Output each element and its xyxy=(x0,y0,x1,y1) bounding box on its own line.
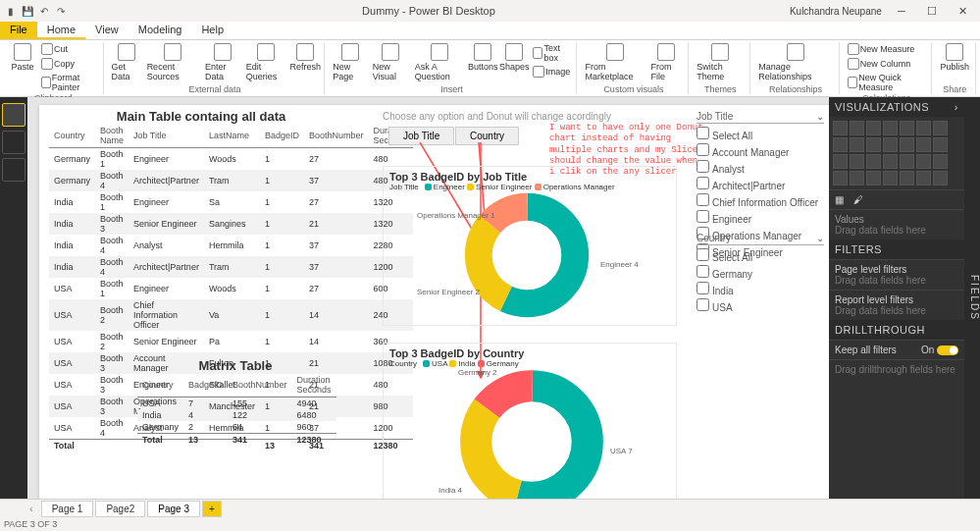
get-data-button[interactable]: Get Data xyxy=(111,42,142,84)
viz-type-icon[interactable] xyxy=(866,171,881,186)
viz-type-icon[interactable] xyxy=(850,171,864,186)
page-tab-3[interactable]: Page 3 xyxy=(147,501,200,517)
format-tab-icon[interactable]: 🖌 xyxy=(853,194,863,205)
slicer-option[interactable]: Account Manager xyxy=(696,142,824,159)
from-marketplace-button[interactable]: From Marketplace xyxy=(584,42,645,84)
slicer-country-button[interactable]: Country xyxy=(455,127,519,145)
recent-sources-button[interactable]: Recent Sources xyxy=(146,42,200,84)
shapes-button[interactable]: Shapes xyxy=(500,42,528,84)
slicer-option[interactable]: Engineer xyxy=(696,209,824,226)
enter-data-button[interactable]: Enter Data xyxy=(204,42,241,84)
minimize-button[interactable]: ─ xyxy=(888,5,915,17)
prev-page-icon[interactable]: ‹ xyxy=(29,503,33,514)
visualizations-pane[interactable]: VISUALIZATIONS› ▦ 🖌 Values Drag data fie… xyxy=(829,97,964,499)
tab-modeling[interactable]: Modeling xyxy=(129,22,192,39)
slicer-option[interactable]: Select All xyxy=(696,126,824,142)
chevron-down-icon[interactable]: ⌄ xyxy=(816,233,824,243)
tab-view[interactable]: View xyxy=(85,22,129,39)
matrix-table-title: Matrix Table xyxy=(137,358,334,373)
tab-home[interactable]: Home xyxy=(37,22,85,39)
manage-relationships-button[interactable]: Manage Relationships xyxy=(757,42,833,84)
save-icon[interactable]: 💾 xyxy=(21,4,34,18)
viz-type-icon[interactable] xyxy=(850,137,864,152)
tab-help[interactable]: Help xyxy=(191,22,233,39)
slicer-jobtitle-button[interactable]: Job Title xyxy=(388,127,454,145)
viz-type-icon[interactable] xyxy=(883,121,898,135)
viz-type-icon[interactable] xyxy=(900,137,914,152)
viz-type-icon[interactable] xyxy=(916,137,931,152)
visualization-gallery[interactable] xyxy=(829,117,964,189)
viz-type-icon[interactable] xyxy=(866,121,881,135)
new-visual-button[interactable]: New Visual xyxy=(372,42,410,84)
viz-type-icon[interactable] xyxy=(916,171,931,186)
viz-type-icon[interactable] xyxy=(883,171,898,186)
donut1-title: Top 3 BadgeID by Job Title xyxy=(389,171,670,183)
fields-pane-collapsed[interactable]: FIELDS xyxy=(964,97,980,499)
viz-type-icon[interactable] xyxy=(916,154,931,169)
slicer-option[interactable]: Chief Information Officer xyxy=(696,192,824,209)
viz-type-icon[interactable] xyxy=(850,121,864,135)
matrix-table[interactable]: CountryBadgeIDBoothNumberDuration Second… xyxy=(137,373,336,446)
viz-type-icon[interactable] xyxy=(916,121,931,135)
page-tab-1[interactable]: Page 1 xyxy=(41,501,94,517)
add-page-button[interactable]: + xyxy=(202,501,222,517)
viz-type-icon[interactable] xyxy=(933,171,948,186)
viz-type-icon[interactable] xyxy=(833,154,848,169)
viz-type-icon[interactable] xyxy=(883,154,898,169)
cut-button[interactable]: Cut xyxy=(40,42,98,56)
viz-type-icon[interactable] xyxy=(833,121,848,135)
new-measure-button[interactable]: New Measure xyxy=(847,42,927,56)
paste-button[interactable]: Paste xyxy=(9,42,36,93)
copy-button[interactable]: Copy xyxy=(40,57,98,71)
chevron-down-icon[interactable]: ⌄ xyxy=(816,111,824,122)
viz-type-icon[interactable] xyxy=(866,154,881,169)
refresh-button[interactable]: Refresh xyxy=(291,42,319,84)
format-painter-button[interactable]: Format Painter xyxy=(40,72,98,93)
viz-type-icon[interactable] xyxy=(850,154,864,169)
viz-type-icon[interactable] xyxy=(933,121,948,135)
slicer-option[interactable]: Analyst xyxy=(696,159,824,176)
new-quick-measure-button[interactable]: New Quick Measure xyxy=(847,72,927,93)
slicer-option[interactable]: Germany xyxy=(696,264,824,281)
edit-queries-button[interactable]: Edit Queries xyxy=(245,42,287,84)
viz-type-icon[interactable] xyxy=(833,171,848,186)
slicer-option[interactable]: India xyxy=(696,281,824,297)
viz-type-icon[interactable] xyxy=(883,137,898,152)
data-view-icon[interactable] xyxy=(2,131,26,154)
country-slicer[interactable]: Country⌄ Select AllGermanyIndiaUSA xyxy=(696,233,824,314)
fields-tab-icon[interactable]: ▦ xyxy=(835,194,844,205)
close-button[interactable]: ✕ xyxy=(949,5,976,18)
undo-icon[interactable]: ↶ xyxy=(37,4,51,18)
view-switcher xyxy=(0,97,27,499)
image-button[interactable]: Image xyxy=(532,65,571,79)
switch-theme-button[interactable]: Switch Theme xyxy=(696,42,745,84)
viz-type-icon[interactable] xyxy=(933,137,948,152)
from-file-button[interactable]: From File xyxy=(649,42,683,84)
model-view-icon[interactable] xyxy=(2,158,26,182)
keep-filters-toggle[interactable] xyxy=(937,345,958,355)
ask-question-button[interactable]: Ask A Question xyxy=(414,42,466,84)
textbox-button[interactable]: Text box xyxy=(532,42,571,64)
viz-type-icon[interactable] xyxy=(933,154,948,169)
report-canvas[interactable]: Main Table containg all data CountryBoot… xyxy=(27,97,829,499)
tab-file[interactable]: File xyxy=(0,22,37,39)
buttons-button[interactable]: Buttons xyxy=(469,42,496,84)
report-view-icon[interactable] xyxy=(2,103,26,127)
redo-icon[interactable]: ↷ xyxy=(54,4,68,18)
new-page-button[interactable]: New Page xyxy=(332,42,367,84)
hint-text: Choose any option and Donut will change … xyxy=(383,111,611,122)
slicer-option[interactable]: Select All xyxy=(696,247,824,264)
slicer-option[interactable]: USA xyxy=(696,297,824,314)
maximize-button[interactable]: ☐ xyxy=(918,5,946,18)
page-tab-2[interactable]: Page2 xyxy=(95,501,145,517)
viz-type-icon[interactable] xyxy=(900,171,914,186)
publish-button[interactable]: Publish xyxy=(939,42,970,84)
viz-type-icon[interactable] xyxy=(900,121,914,135)
slicer-option[interactable]: Architect|Partner xyxy=(696,176,824,192)
new-column-button[interactable]: New Column xyxy=(847,57,927,71)
viz-type-icon[interactable] xyxy=(866,137,881,152)
viz-type-icon[interactable] xyxy=(900,154,914,169)
ribbon-tabs: File Home View Modeling Help xyxy=(0,22,980,40)
chevron-right-icon[interactable]: › xyxy=(954,101,958,113)
viz-type-icon[interactable] xyxy=(833,137,848,152)
